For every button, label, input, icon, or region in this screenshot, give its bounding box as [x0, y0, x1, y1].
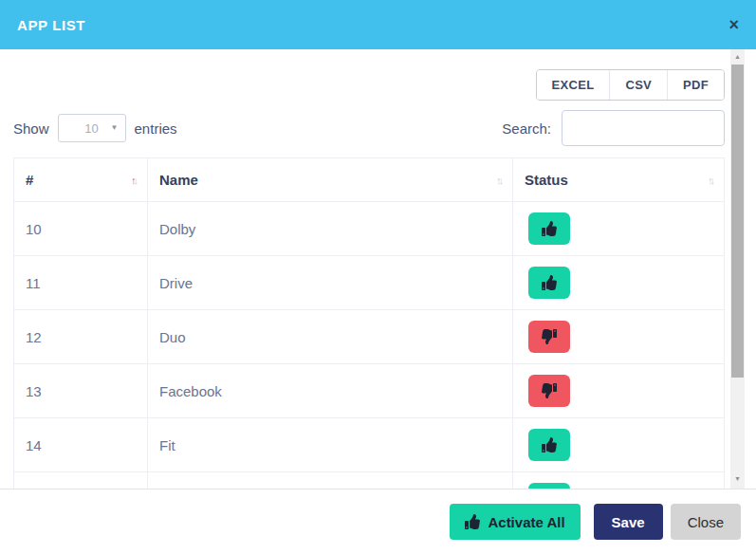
row-name: Fit	[148, 418, 513, 472]
row-id: 12	[14, 310, 148, 364]
thumb-icon	[542, 437, 557, 452]
table-row: 13 Facebook	[14, 364, 725, 418]
app-table: # ↑↓ Name ↑↓ Status ↑↓ 10 Dolby	[13, 157, 725, 489]
row-status-cell	[513, 310, 725, 364]
close-icon[interactable]: ×	[728, 16, 739, 33]
modal-header: APP LIST ×	[0, 0, 756, 49]
search-input[interactable]	[562, 110, 725, 146]
row-name: Duo	[148, 310, 513, 364]
column-label: #	[26, 172, 33, 188]
row-status-cell	[513, 418, 725, 472]
export-csv-button[interactable]: CSV	[609, 70, 667, 100]
column-label: Status	[525, 172, 568, 188]
table-body: 10 Dolby 11 Drive 12 Duo 13 Facebook	[14, 202, 725, 489]
thumb-icon	[542, 383, 557, 398]
scroll-down-icon[interactable]: ▼	[730, 473, 745, 485]
show-label: Show	[13, 120, 49, 137]
table-header-row: # ↑↓ Name ↑↓ Status ↑↓	[14, 158, 725, 202]
scroll-up-icon[interactable]: ▲	[730, 51, 745, 63]
scrollbar-thumb[interactable]	[731, 65, 744, 378]
thumbs-up-icon	[465, 514, 480, 529]
row-status-cell	[513, 202, 725, 256]
status-toggle-button[interactable]	[528, 212, 570, 245]
thumb-icon	[542, 221, 557, 236]
entries-select-value: 10	[84, 121, 98, 136]
search-control: Search:	[502, 110, 725, 146]
search-label: Search:	[502, 120, 551, 137]
row-name	[148, 472, 513, 489]
row-status-cell	[513, 256, 725, 310]
status-toggle-button[interactable]	[528, 429, 570, 461]
modal-footer: Activate All Save Close	[0, 489, 756, 554]
activate-all-label: Activate All	[488, 514, 564, 530]
chevron-down-icon: ▼	[111, 123, 119, 132]
vertical-scrollbar[interactable]: ▲ ▼	[730, 49, 745, 489]
table-controls-row: Show 10 ▼ entries Search:	[13, 110, 725, 146]
row-name: Dolby	[148, 202, 513, 256]
entries-select[interactable]: 10 ▼	[58, 114, 126, 142]
status-toggle-button[interactable]	[528, 483, 570, 489]
sort-icon: ↑↓	[131, 175, 138, 186]
row-id	[14, 472, 148, 489]
app-list-modal: APP LIST × EXCEL CSV PDF Show 10 ▼ entri…	[0, 0, 756, 554]
status-toggle-button[interactable]	[528, 321, 570, 353]
column-label: Name	[159, 172, 198, 188]
column-header-id[interactable]: # ↑↓	[14, 158, 148, 202]
table-row: 11 Drive	[14, 256, 725, 310]
save-button[interactable]: Save	[594, 504, 663, 540]
sort-icon: ↑↓	[708, 175, 715, 186]
export-row: EXCEL CSV PDF	[13, 69, 725, 101]
table-row	[14, 472, 725, 489]
table-row: 14 Fit	[14, 418, 725, 472]
activate-all-button[interactable]: Activate All	[450, 504, 580, 540]
column-header-status[interactable]: Status ↑↓	[513, 158, 725, 202]
row-id: 13	[14, 364, 148, 418]
row-name: Drive	[148, 256, 513, 310]
row-id: 10	[14, 202, 148, 256]
status-toggle-button[interactable]	[528, 375, 570, 407]
thumb-icon	[542, 275, 557, 290]
row-id: 14	[14, 418, 148, 472]
row-name: Facebook	[148, 364, 513, 418]
thumb-icon	[542, 329, 557, 344]
row-id: 11	[14, 256, 148, 310]
column-header-name[interactable]: Name ↑↓	[148, 158, 513, 202]
export-excel-button[interactable]: EXCEL	[537, 70, 610, 100]
export-pdf-button[interactable]: PDF	[667, 70, 724, 100]
close-button[interactable]: Close	[671, 504, 741, 540]
status-toggle-button[interactable]	[528, 267, 570, 299]
export-button-group: EXCEL CSV PDF	[536, 69, 725, 101]
modal-body: EXCEL CSV PDF Show 10 ▼ entries Search:	[0, 49, 756, 489]
sort-icon: ↑↓	[496, 175, 504, 186]
entries-label: entries	[135, 120, 177, 137]
entries-length-control: Show 10 ▼ entries	[13, 114, 177, 142]
table-row: 10 Dolby	[14, 202, 725, 256]
table-row: 12 Duo	[14, 310, 725, 364]
row-status-cell	[513, 364, 725, 418]
modal-title: APP LIST	[17, 17, 85, 33]
row-status-cell	[513, 472, 725, 489]
